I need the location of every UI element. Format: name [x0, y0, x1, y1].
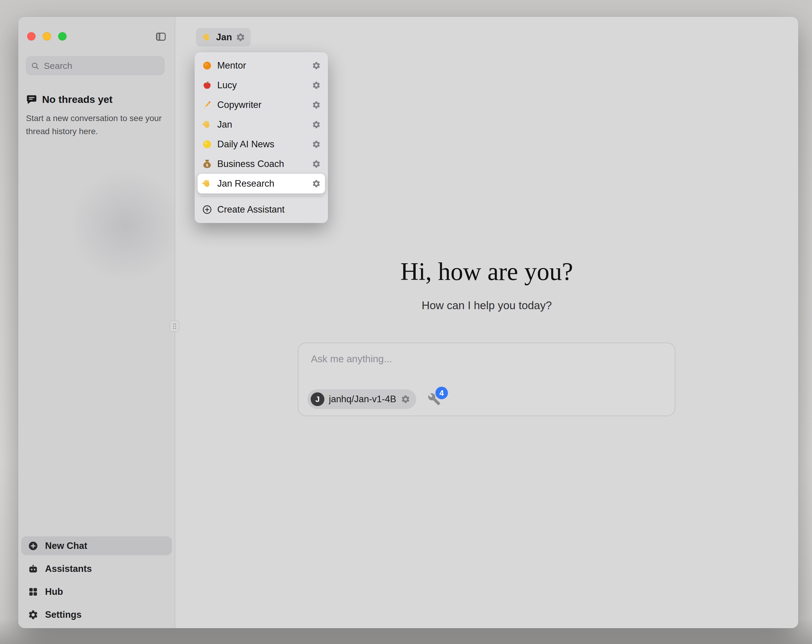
- assistant-icon: [202, 139, 212, 150]
- main-panel: Jan Mentor Lucy Copywriter Jan: [175, 17, 798, 628]
- assistant-menu-item[interactable]: Copywriter: [198, 95, 325, 115]
- greeting-title: Hi, how are you?: [175, 257, 798, 286]
- nav-item-icon: [28, 540, 38, 551]
- search-icon: [31, 61, 40, 70]
- sidebar-nav-item[interactable]: New Chat: [21, 536, 172, 555]
- sidebar: No threads yet Start a new conversation …: [18, 17, 175, 628]
- assistant-menu-item[interactable]: Jan Research: [198, 174, 325, 193]
- create-assistant-button[interactable]: Create Assistant: [198, 200, 325, 219]
- empty-state: No threads yet Start a new conversation …: [26, 94, 164, 138]
- assistant-menu-item-label: Business Coach: [217, 158, 307, 169]
- sidebar-nav-item[interactable]: Hub: [21, 582, 172, 601]
- create-assistant-label: Create Assistant: [217, 204, 321, 215]
- assistant-menu-item-label: Daily AI News: [217, 139, 307, 150]
- assistant-menu-item[interactable]: Mentor: [198, 56, 325, 75]
- gear-icon[interactable]: [312, 179, 321, 188]
- assistant-menu-item-label: Mentor: [217, 60, 307, 71]
- menu-separator: [200, 196, 323, 197]
- prompt-input[interactable]: [311, 353, 662, 377]
- assistant-selector[interactable]: Jan: [196, 28, 251, 47]
- model-name: janhq/Jan-v1-4B: [329, 394, 396, 405]
- assistant-menu-item[interactable]: Lucy: [198, 75, 325, 95]
- assistant-menu-item[interactable]: Daily AI News: [198, 134, 325, 154]
- greeting-subtitle: How can I help you today?: [175, 299, 798, 312]
- assistant-menu: Mentor Lucy Copywriter Jan Daily AI: [195, 52, 328, 223]
- assistant-menu-item-label: Jan Research: [217, 178, 307, 189]
- window-controls: [27, 32, 67, 41]
- svg-text:$: $: [206, 163, 208, 167]
- sidebar-resize-handle[interactable]: [170, 321, 179, 332]
- nav-item-icon: [28, 609, 38, 620]
- empty-state-description: Start a new conversation to see your thr…: [26, 112, 164, 138]
- model-selector[interactable]: J janhq/Jan-v1-4B: [307, 390, 416, 409]
- gear-icon[interactable]: [401, 394, 410, 404]
- chat-composer: J janhq/Jan-v1-4B 4: [298, 343, 675, 416]
- gear-icon[interactable]: [312, 160, 321, 169]
- gear-icon[interactable]: [312, 140, 321, 149]
- gear-icon[interactable]: [312, 120, 321, 129]
- assistant-icon: [202, 178, 212, 189]
- assistant-icon: [202, 100, 212, 110]
- nav-item-icon: [28, 586, 38, 597]
- search-field[interactable]: [26, 56, 165, 75]
- chat-bubble-icon: [26, 94, 37, 105]
- nav-item-label: Hub: [45, 586, 63, 597]
- assistant-selector-label: Jan: [216, 32, 232, 43]
- assistant-icon: [202, 60, 212, 71]
- sidebar-toggle-icon[interactable]: [155, 31, 166, 42]
- gear-icon[interactable]: [312, 100, 321, 110]
- gear-icon[interactable]: [312, 81, 321, 90]
- assistant-icon: $: [202, 158, 212, 169]
- search-input[interactable]: [43, 61, 160, 71]
- nav-item-label: Settings: [45, 609, 81, 620]
- tools-button[interactable]: 4: [427, 393, 441, 406]
- wave-icon: [201, 32, 212, 43]
- minimize-button[interactable]: [43, 32, 51, 41]
- assistant-menu-item-label: Copywriter: [217, 100, 307, 110]
- composer-toolbar: J janhq/Jan-v1-4B 4: [307, 390, 666, 409]
- sidebar-nav-item[interactable]: Assistants: [21, 559, 172, 578]
- close-button[interactable]: [27, 32, 35, 41]
- model-avatar: J: [311, 392, 324, 406]
- assistant-icon: [202, 119, 212, 130]
- grip-icon: [171, 322, 178, 330]
- plus-circle-icon: [202, 204, 212, 215]
- sidebar-nav-item[interactable]: Settings: [21, 605, 172, 624]
- assistant-menu-item-label: Lucy: [217, 80, 307, 91]
- nav-item-label: Assistants: [45, 563, 92, 574]
- nav-item-label: New Chat: [45, 540, 87, 551]
- zoom-button[interactable]: [58, 32, 67, 41]
- tools-count-badge: 4: [435, 387, 448, 399]
- app-window: No threads yet Start a new conversation …: [18, 17, 798, 628]
- gear-icon[interactable]: [236, 32, 245, 42]
- sidebar-nav: New Chat Assistants Hub Settings: [21, 536, 172, 624]
- assistant-menu-item[interactable]: Jan: [198, 115, 325, 134]
- nav-item-icon: [28, 563, 38, 574]
- assistant-menu-item-label: Jan: [217, 119, 307, 130]
- gear-icon[interactable]: [312, 61, 321, 70]
- empty-state-title: No threads yet: [42, 94, 113, 105]
- assistant-menu-item[interactable]: $ Business Coach: [198, 154, 325, 174]
- assistant-icon: [202, 80, 212, 91]
